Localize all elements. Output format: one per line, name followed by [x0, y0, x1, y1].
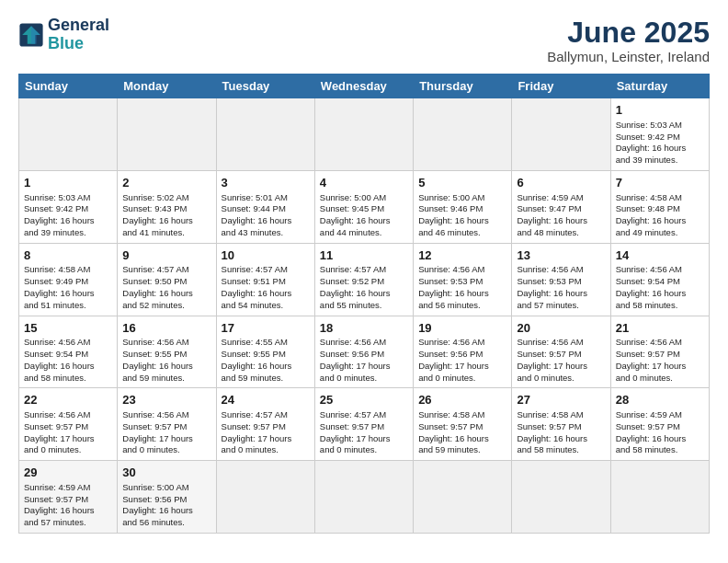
calendar-cell: 2Sunrise: 5:02 AMSunset: 9:43 PMDaylight… [118, 170, 216, 243]
day-number: 28 [616, 392, 704, 408]
calendar-cell: 9Sunrise: 4:57 AMSunset: 9:50 PMDaylight… [118, 243, 216, 316]
day-info-line: Sunrise: 4:56 AM [418, 337, 506, 349]
day-info-line: Daylight: 16 hours [222, 361, 310, 373]
calendar-cell: 30Sunrise: 5:00 AMSunset: 9:56 PMDayligh… [118, 461, 216, 534]
day-info-line: and 59 minutes. [418, 444, 506, 456]
day-info-line: Sunrise: 4:59 AM [616, 409, 704, 421]
day-info-line: Sunrise: 4:56 AM [616, 264, 704, 276]
calendar-cell: 18Sunrise: 4:56 AMSunset: 9:56 PMDayligh… [314, 316, 413, 388]
calendar-header-thursday: Thursday [414, 75, 512, 98]
day-info-line: Sunset: 9:57 PM [320, 421, 408, 433]
day-number: 25 [320, 392, 408, 408]
title-block: June 2025 Ballymun, Leinster, Ireland [547, 17, 710, 64]
calendar-cell [314, 98, 413, 171]
day-number: 26 [418, 392, 506, 408]
calendar-cell: 26Sunrise: 4:58 AMSunset: 9:57 PMDayligh… [414, 388, 512, 461]
calendar-week-row: 1Sunrise: 5:03 AMSunset: 9:42 PMDaylight… [19, 98, 710, 171]
calendar-cell [216, 98, 314, 171]
logo: General Blue [18, 17, 109, 53]
day-number: 3 [222, 175, 310, 191]
day-info-line: Sunset: 9:45 PM [320, 203, 408, 215]
calendar-week-row: 29Sunrise: 4:59 AMSunset: 9:57 PMDayligh… [19, 461, 710, 534]
day-info-line: Sunrise: 4:58 AM [616, 192, 704, 204]
day-info-line: and 56 minutes. [418, 300, 506, 312]
day-info-line: Daylight: 17 hours [222, 433, 310, 445]
header: General Blue June 2025 Ballymun, Leinste… [18, 17, 710, 64]
day-number: 14 [616, 247, 704, 264]
day-info-line: Sunrise: 4:58 AM [24, 264, 112, 276]
day-info-line: Daylight: 16 hours [517, 288, 605, 300]
day-info-line: Daylight: 16 hours [517, 433, 605, 445]
day-number: 10 [222, 247, 310, 264]
day-info-line: and 51 minutes. [24, 300, 112, 312]
calendar-table: SundayMondayTuesdayWednesdayThursdayFrid… [18, 74, 710, 534]
calendar-week-row: 15Sunrise: 4:56 AMSunset: 9:54 PMDayligh… [19, 316, 710, 388]
day-info-line: Daylight: 16 hours [320, 215, 408, 227]
day-info-line: and 0 minutes. [122, 444, 210, 456]
calendar-cell [118, 98, 216, 171]
day-info-line: Daylight: 16 hours [222, 215, 310, 227]
day-info-line: Daylight: 16 hours [122, 361, 210, 373]
day-info-line: Daylight: 17 hours [616, 361, 704, 373]
calendar-cell: 1Sunrise: 5:03 AMSunset: 9:42 PMDaylight… [19, 170, 118, 243]
day-number: 9 [122, 247, 210, 264]
logo-icon [18, 22, 44, 48]
day-info-line: Sunrise: 5:00 AM [320, 192, 408, 204]
day-info-line: Daylight: 17 hours [24, 433, 112, 445]
day-info-line: Daylight: 16 hours [616, 433, 704, 445]
calendar-cell: 10Sunrise: 4:57 AMSunset: 9:51 PMDayligh… [216, 243, 314, 316]
day-info-line: Sunset: 9:57 PM [24, 494, 112, 506]
calendar-header-sunday: Sunday [19, 75, 118, 98]
day-info-line: Sunrise: 4:57 AM [320, 409, 408, 421]
day-info-line: Daylight: 16 hours [616, 143, 704, 155]
calendar-cell: 13Sunrise: 4:56 AMSunset: 9:53 PMDayligh… [512, 243, 610, 316]
day-info-line: and 56 minutes. [122, 517, 210, 529]
day-number: 30 [122, 465, 210, 481]
day-info-line: Sunrise: 4:56 AM [24, 409, 112, 421]
day-info-line: Sunrise: 5:01 AM [222, 192, 310, 204]
day-info-line: Sunrise: 4:59 AM [24, 482, 112, 494]
calendar-cell: 24Sunrise: 4:57 AMSunset: 9:57 PMDayligh… [216, 388, 314, 461]
calendar-cell [19, 98, 118, 171]
day-info-line: Daylight: 16 hours [616, 288, 704, 300]
day-info-line: Daylight: 16 hours [24, 215, 112, 227]
calendar-cell: 7Sunrise: 4:58 AMSunset: 9:48 PMDaylight… [610, 170, 709, 243]
calendar-cell: 6Sunrise: 4:59 AMSunset: 9:47 PMDaylight… [512, 170, 610, 243]
calendar-cell: 1Sunrise: 5:03 AMSunset: 9:42 PMDaylight… [610, 98, 709, 171]
calendar-cell: 22Sunrise: 4:56 AMSunset: 9:57 PMDayligh… [19, 388, 118, 461]
day-info-line: Sunset: 9:54 PM [24, 349, 112, 361]
day-info-line: Sunset: 9:57 PM [517, 349, 605, 361]
day-info-line: Daylight: 16 hours [418, 433, 506, 445]
day-info-line: Sunset: 9:53 PM [418, 276, 506, 288]
day-info-line: Daylight: 16 hours [418, 215, 506, 227]
day-number: 15 [24, 320, 112, 337]
calendar-cell: 17Sunrise: 4:55 AMSunset: 9:55 PMDayligh… [216, 316, 314, 388]
day-info-line: and 57 minutes. [517, 300, 605, 312]
logo-text: General Blue [48, 17, 109, 53]
day-info-line: Sunset: 9:46 PM [418, 203, 506, 215]
calendar-cell: 5Sunrise: 5:00 AMSunset: 9:46 PMDaylight… [414, 170, 512, 243]
day-info-line: and 59 minutes. [122, 373, 210, 385]
day-info-line: Sunrise: 4:57 AM [222, 264, 310, 276]
calendar-cell: 20Sunrise: 4:56 AMSunset: 9:57 PMDayligh… [512, 316, 610, 388]
day-number: 27 [517, 392, 605, 408]
day-number: 24 [222, 392, 310, 408]
day-info-line: Sunset: 9:49 PM [24, 276, 112, 288]
day-info-line: Sunset: 9:57 PM [616, 421, 704, 433]
day-info-line: Sunrise: 4:57 AM [320, 264, 408, 276]
day-info-line: Sunrise: 4:56 AM [122, 409, 210, 421]
day-info-line: Daylight: 16 hours [616, 215, 704, 227]
day-number: 12 [418, 247, 506, 264]
day-info-line: Sunset: 9:47 PM [517, 203, 605, 215]
day-info-line: Daylight: 17 hours [320, 361, 408, 373]
day-info-line: Sunset: 9:54 PM [616, 276, 704, 288]
calendar-header-wednesday: Wednesday [314, 75, 413, 98]
day-info-line: Sunset: 9:56 PM [418, 349, 506, 361]
day-info-line: Sunset: 9:57 PM [24, 421, 112, 433]
calendar-week-row: 22Sunrise: 4:56 AMSunset: 9:57 PMDayligh… [19, 388, 710, 461]
day-info-line: and 0 minutes. [616, 373, 704, 385]
day-info-line: Daylight: 16 hours [517, 215, 605, 227]
day-info-line: and 48 minutes. [517, 227, 605, 239]
day-info-line: Daylight: 16 hours [122, 505, 210, 517]
calendar-header-monday: Monday [118, 75, 216, 98]
